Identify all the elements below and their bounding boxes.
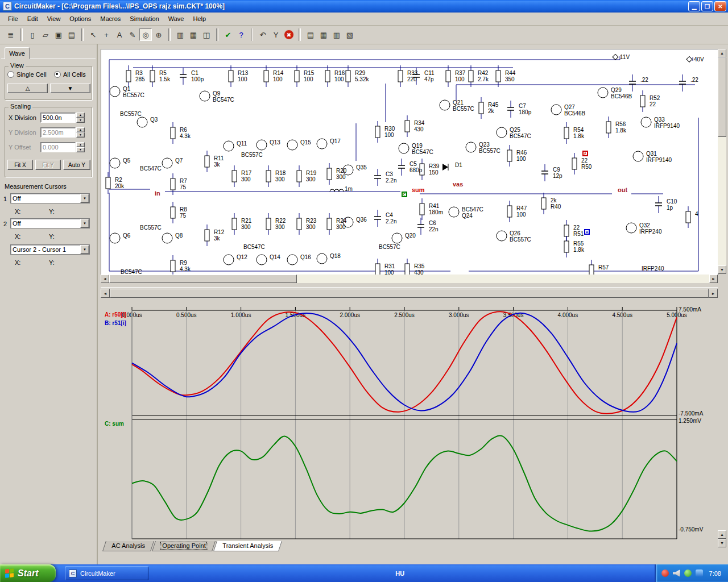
component-label-bc547c[interactable]: BC547CQ24 <box>462 206 483 219</box>
component-label-r41[interactable]: R41180m <box>429 203 443 215</box>
component-label-2k[interactable]: 2kR40 <box>551 197 561 210</box>
component-label-r42[interactable]: R422.7k <box>478 70 489 82</box>
scope-panel-button[interactable]: ▦ <box>317 28 330 41</box>
component-label-q20[interactable]: Q20 <box>405 232 416 239</box>
scroll-left-arrow[interactable]: ◄ <box>101 275 109 283</box>
maximize-button[interactable]: ❐ <box>701 1 713 11</box>
component-label-irfp240[interactable]: IRFP240 <box>642 265 664 272</box>
fit-y-button[interactable]: Fit Y <box>35 160 61 170</box>
hscroll-thumb[interactable] <box>109 275 297 283</box>
vscroll-thumb[interactable] <box>718 57 726 137</box>
taskbar-clock[interactable]: 7:08 <box>709 570 721 577</box>
component-label-r21[interactable]: R21300 <box>241 218 251 230</box>
component-label-r14[interactable]: R14100 <box>273 70 283 82</box>
component-label-q17[interactable]: Q17 <box>330 138 341 144</box>
y-offset-spinner[interactable]: ▲▼ <box>76 142 85 152</box>
component-label-q12[interactable]: Q12 <box>237 254 247 260</box>
probe-marker-b[interactable]: B <box>584 229 590 235</box>
component-label-r16[interactable]: R16100 <box>334 70 345 82</box>
component-label-r31[interactable]: R31100 <box>384 263 395 275</box>
menu-file[interactable]: File <box>3 14 23 24</box>
messenger-icon[interactable] <box>684 569 692 577</box>
tab-operating-point[interactable]: Operating Point <box>152 541 216 551</box>
net-label-sum[interactable]: sum <box>412 187 425 193</box>
component-label-q21[interactable]: Q21BC557C <box>453 99 474 112</box>
wf-scroll-left-arrow[interactable]: ◄ <box>101 289 110 298</box>
component-label-bc557c[interactable]: BC557C <box>241 152 263 158</box>
scroll-down-arrow[interactable]: ▼ <box>718 265 726 274</box>
component-label-c11[interactable]: C1147p <box>424 70 435 82</box>
component-label-bc557c[interactable]: BC557C <box>120 111 142 117</box>
y-offset-input[interactable] <box>40 142 76 152</box>
component-label-r55[interactable]: R551.8k <box>573 240 584 253</box>
component-label-r54[interactable]: R541.8k <box>573 127 584 139</box>
component-label-22[interactable]: 22R50 <box>581 157 592 170</box>
component-label-q16[interactable]: Q16 <box>300 254 311 260</box>
component-label-r11[interactable]: R113k <box>214 155 224 168</box>
x-division-input[interactable] <box>40 113 76 123</box>
component-label-r7[interactable]: R775 <box>180 178 187 190</box>
scroll-up-button[interactable]: △ <box>7 84 48 93</box>
probe-y-button[interactable]: Y <box>270 28 282 41</box>
trace-legend-r51i[interactable]: B: r51[i] <box>105 320 126 326</box>
component-label-c1[interactable]: C1100p <box>191 70 204 82</box>
taskbar-task-circuitmaker[interactable]: C CircuitMaker <box>65 566 149 580</box>
component-label-r18[interactable]: R18300 <box>275 170 286 182</box>
language-indicator[interactable]: HU <box>395 570 404 577</box>
component-label-4[interactable]: 4 <box>695 211 698 217</box>
radio-single-cell-circle[interactable] <box>7 71 14 78</box>
component-label-q19[interactable]: Q19BC547C <box>412 143 433 155</box>
component-label-r23[interactable]: R23300 <box>306 218 316 230</box>
component-label-q14[interactable]: Q14 <box>270 254 280 260</box>
menu-options[interactable]: Options <box>65 14 96 24</box>
component-label-bc547c[interactable]: BC547C <box>140 165 162 172</box>
component-label-r56[interactable]: R561.8k <box>615 121 626 134</box>
save-button[interactable]: ▣ <box>52 28 65 41</box>
component-label-r9[interactable]: R94.3k <box>180 260 191 272</box>
component-label-c5[interactable]: C5680p <box>410 161 422 173</box>
component-label-r46[interactable]: R46100 <box>516 149 527 162</box>
wf-scroll-down-arrow[interactable]: ▼ <box>718 539 726 547</box>
component-label-bc557c[interactable]: BC557C <box>379 244 400 250</box>
component-label-c6[interactable]: C622n <box>429 220 439 232</box>
scroll-up-arrow[interactable]: ▲ <box>718 49 726 57</box>
component-label-r13[interactable]: R13100 <box>238 70 248 82</box>
open-button[interactable]: ▱ <box>39 28 52 41</box>
net-label-out[interactable]: out <box>618 187 627 193</box>
menu-wave[interactable]: Wave <box>164 14 189 24</box>
schematic-vscrollbar[interactable]: ▲ ▼ <box>718 49 726 274</box>
component-label-r35[interactable]: R35430 <box>414 263 424 275</box>
component-label-r34[interactable]: R34430 <box>414 120 424 132</box>
component-label-bc557c[interactable]: BC557C <box>140 225 162 231</box>
net-label-in[interactable]: in <box>155 190 160 197</box>
component-label-r24[interactable]: R24300 <box>336 218 346 230</box>
component-label-r57[interactable]: R57 <box>598 264 609 271</box>
close-button[interactable]: ✕ <box>714 1 726 11</box>
component-label-q35[interactable]: Q35 <box>356 164 367 171</box>
component-label-q25[interactable]: Q25BC547C <box>510 127 531 139</box>
component-label-r33[interactable]: R33220 <box>407 70 417 82</box>
menu-view[interactable]: View <box>43 14 65 24</box>
component-label-q23[interactable]: Q23BC557C <box>479 142 500 154</box>
component-label-q32[interactable]: Q32IRFP240 <box>639 222 661 235</box>
component-label-22[interactable]: 22R51 <box>573 225 584 237</box>
radio-single-cell[interactable]: Single Cell <box>7 71 47 78</box>
y-division-spinner[interactable]: ▲▼ <box>76 127 85 138</box>
wf-scroll-right-arrow[interactable]: ► <box>709 289 718 298</box>
component-label-c4[interactable]: C42.2n <box>386 212 396 225</box>
stop-button[interactable]: ✖ <box>284 30 294 40</box>
x-division-spinner[interactable]: ▲▼ <box>76 113 85 123</box>
component-label-d1[interactable]: D1 <box>455 162 462 168</box>
component-label-c9[interactable]: C912p <box>553 167 562 179</box>
component-label-r3[interactable]: R3285 <box>135 70 145 82</box>
rules-check-button[interactable]: ✔ <box>222 28 234 41</box>
schematic-canvas[interactable]: R3285R51.5kC1100pR13100R14100R15100R1610… <box>101 49 719 275</box>
component-label-22[interactable]: .22 <box>690 77 698 83</box>
radio-all-cells[interactable]: All Cells <box>54 71 86 78</box>
probe-tool[interactable]: ◎ <box>139 28 152 41</box>
component-label-r8[interactable]: R875 <box>180 206 187 219</box>
probe-marker-c[interactable]: C <box>402 192 407 197</box>
waveform-hscrollbar[interactable]: ◄ ► <box>101 289 718 298</box>
component-label-22[interactable]: .22 <box>640 77 648 83</box>
component-label-q27[interactable]: Q27BC546B <box>564 104 585 117</box>
